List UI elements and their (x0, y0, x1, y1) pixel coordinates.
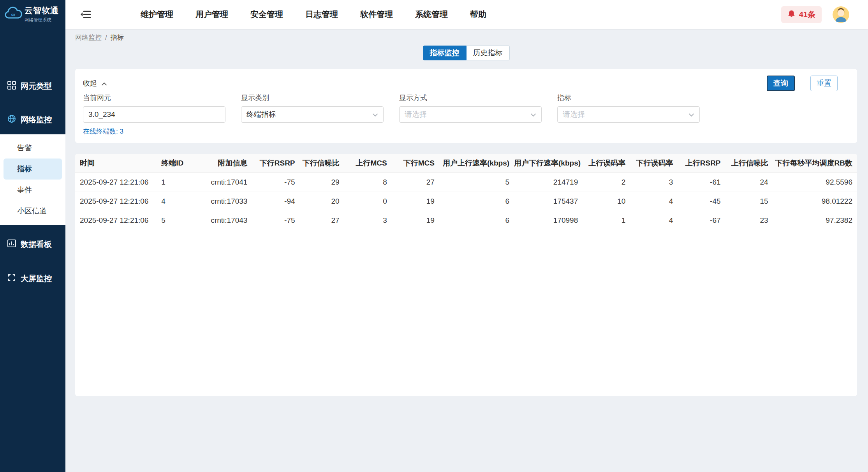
tabs: 指标监控历史指标 (423, 46, 510, 60)
sidebar-subitem[interactable]: 告警 (0, 137, 65, 159)
sidebar-item-big-screen-monitoring[interactable]: 大屏监控 (0, 268, 65, 289)
cell: 0 (344, 192, 392, 211)
display-mode-select[interactable]: 请选择 (399, 106, 542, 123)
column-header: 上行RSRP (678, 154, 725, 173)
cell: 3 (630, 173, 678, 192)
query-button[interactable]: 查询 (767, 76, 795, 91)
column-header: 下行误码率 (630, 154, 678, 173)
select-placeholder: 请选择 (405, 109, 427, 120)
column-header: 附加信息 (204, 154, 252, 173)
online-terminals-count: 在线终端数: 3 (83, 127, 225, 136)
cell: -75 (252, 211, 299, 230)
topnav-menu: 维护管理用户管理安全管理日志管理软件管理系统管理帮助 (141, 9, 486, 20)
metrics-table: 时间终端ID附加信息下行RSRP下行信噪比上行MCS下行MCS用户上行速率(kb… (75, 154, 857, 230)
cell: crnti:17041 (204, 173, 252, 192)
field-label: 指标 (557, 93, 700, 102)
globe-icon (7, 114, 16, 125)
sidebar-item-data-dashboard[interactable]: 数据看板 (0, 233, 65, 255)
column-header: 下行MCS (392, 154, 439, 173)
collapse-sidebar-icon[interactable] (80, 10, 91, 19)
cell: -61 (678, 173, 725, 192)
cell: 3 (344, 211, 392, 230)
tab-2[interactable]: 历史指标 (467, 46, 510, 60)
svg-text:∞: ∞ (11, 11, 15, 18)
chevron-down-icon (530, 110, 536, 119)
collapse-filters-label: 收起 (83, 79, 97, 88)
sidebar-item-label: 网元类型 (21, 81, 52, 92)
column-header: 上行MCS (344, 154, 392, 173)
brand-subtitle: 网络管理系统 (25, 17, 59, 23)
breadcrumb-current: 指标 (111, 33, 124, 42)
cell: 2025-09-27 12:21:06 (75, 173, 157, 192)
topnav-item-7[interactable]: 帮助 (470, 9, 486, 20)
dashboard-chart-icon (7, 239, 16, 250)
cell: 10 (583, 192, 630, 211)
table-header-row: 时间终端ID附加信息下行RSRP下行信噪比上行MCS下行MCS用户上行速率(kb… (75, 154, 857, 173)
column-header: 用户上行速率(kbps) (439, 154, 514, 173)
alarm-bell-icon (787, 10, 796, 19)
chevron-down-icon (372, 110, 378, 119)
cell: -75 (252, 173, 299, 192)
cell: 170998 (514, 211, 583, 230)
cell: 2025-09-27 12:21:06 (75, 211, 157, 230)
tab-1[interactable]: 指标监控 (423, 46, 467, 60)
grid-icon (7, 81, 16, 92)
column-header: 下行信噪比 (300, 154, 344, 173)
topnav-item-2[interactable]: 用户管理 (195, 9, 228, 20)
field-display-mode: 显示方式 请选择 (399, 93, 542, 136)
expand-arrows-icon (7, 273, 16, 284)
sidebar-item-label: 数据看板 (21, 239, 52, 250)
topnav-item-5[interactable]: 软件管理 (360, 9, 393, 20)
chevron-up-icon (101, 79, 107, 88)
topnav-item-1[interactable]: 维护管理 (141, 9, 173, 20)
cell: 5 (439, 173, 514, 192)
brand-name: 云智软通 (25, 5, 59, 16)
sidebar-menu: 网元类型 网络监控 告警指标事件小区信道 数据看板 大屏监控 (0, 75, 65, 289)
column-header: 终端ID (157, 154, 204, 173)
column-header: 时间 (75, 154, 157, 173)
alarm-badge[interactable]: 41条 (781, 6, 822, 23)
cell: 20 (300, 192, 344, 211)
cell: 23 (725, 211, 773, 230)
topnav-item-3[interactable]: 安全管理 (250, 9, 283, 20)
sidebar-submenu: 告警指标事件小区信道 (0, 134, 65, 225)
select-value: 终端指标 (246, 109, 276, 120)
filter-panel: 收起 查询 重置 当前网元 在线终端数: 3 显示类别 终端指标 (75, 69, 857, 143)
field-label: 当前网元 (83, 93, 225, 102)
sidebar-item-network-element-type[interactable]: 网元类型 (0, 75, 65, 97)
cell: 214719 (514, 173, 583, 192)
chevron-down-icon (688, 110, 694, 119)
topbar: 维护管理用户管理安全管理日志管理软件管理系统管理帮助 41条 (65, 0, 868, 29)
collapse-filters-toggle[interactable]: 收起 (83, 79, 107, 88)
cell: -67 (678, 211, 725, 230)
cell: 2025-09-27 12:21:06 (75, 192, 157, 211)
metric-select[interactable]: 请选择 (557, 106, 700, 123)
cell: -94 (252, 192, 299, 211)
tabs-row: 指标监控历史指标 (75, 46, 857, 60)
field-metric: 指标 请选择 (557, 93, 700, 136)
current-network-element-input[interactable] (83, 106, 225, 123)
sidebar-subitem[interactable]: 小区信道 (0, 201, 65, 222)
cell: 19 (392, 192, 439, 211)
cell: 6 (439, 192, 514, 211)
cell: 2 (583, 173, 630, 192)
main-content: 网络监控 / 指标 指标监控历史指标 收起 查询 重置 当前网元 在线终端数: … (65, 29, 868, 472)
topbar-right: 41条 (781, 6, 849, 23)
cell: 175437 (514, 192, 583, 211)
sidebar-subitem[interactable]: 事件 (0, 180, 65, 201)
cell: 27 (300, 211, 344, 230)
topnav-item-4[interactable]: 日志管理 (305, 9, 338, 20)
avatar[interactable] (833, 6, 849, 23)
column-header: 下行RSRP (252, 154, 299, 173)
display-category-select[interactable]: 终端指标 (241, 106, 384, 123)
brand-cloud-logo-icon: ∞ (4, 7, 22, 21)
sidebar-item-label: 网络监控 (21, 114, 52, 125)
cell: crnti:17033 (204, 192, 252, 211)
breadcrumb-parent[interactable]: 网络监控 (75, 33, 102, 42)
sidebar-subitem[interactable]: 指标 (4, 159, 62, 180)
field-current-network-element: 当前网元 在线终端数: 3 (83, 93, 225, 136)
reset-button[interactable]: 重置 (810, 76, 838, 91)
sidebar-item-network-monitoring[interactable]: 网络监控 (0, 109, 65, 130)
column-header: 上行误码率 (583, 154, 630, 173)
topnav-item-6[interactable]: 系统管理 (415, 9, 448, 20)
